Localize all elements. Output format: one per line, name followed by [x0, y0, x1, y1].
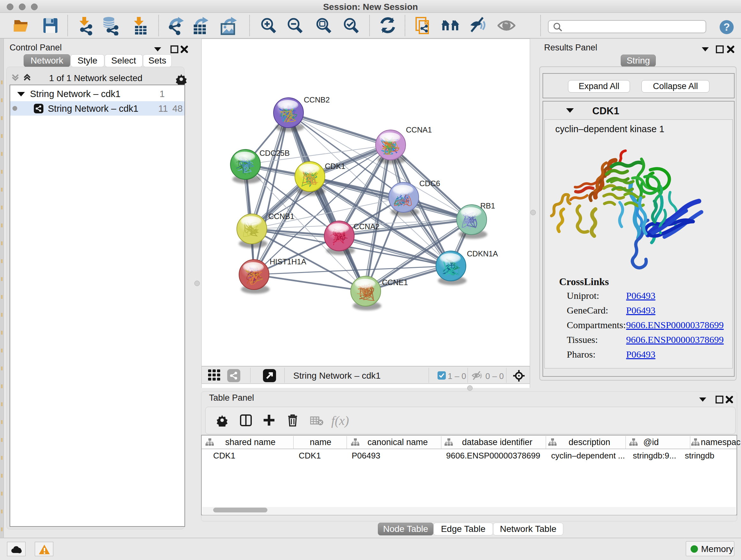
- svg-text:CDKN1A: CDKN1A: [467, 249, 498, 258]
- svg-text:CDC6: CDC6: [419, 179, 440, 188]
- svg-text:CCNA1: CCNA1: [406, 125, 432, 134]
- svg-text:CCNE1: CCNE1: [382, 278, 408, 287]
- svg-text:CDK1: CDK1: [325, 162, 345, 171]
- svg-text:CCNB2: CCNB2: [304, 96, 330, 104]
- svg-text:CCNA2: CCNA2: [354, 222, 380, 231]
- svg-text:CCNB1: CCNB1: [268, 212, 294, 221]
- svg-text:HIST1H1A: HIST1H1A: [270, 257, 307, 266]
- svg-text:CDC25B: CDC25B: [259, 149, 290, 158]
- svg-text:RB1: RB1: [480, 201, 495, 210]
